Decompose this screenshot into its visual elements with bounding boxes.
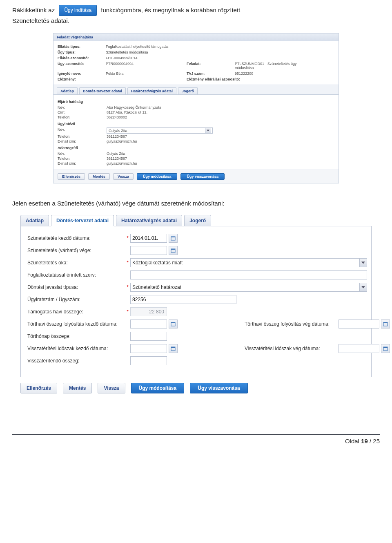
footer-prefix: Oldal — [345, 438, 361, 445]
input-vege[interactable] — [130, 246, 167, 255]
value-ugy-tipus: Szüneteltetés módosítása — [106, 50, 308, 54]
mentes-button[interactable]: Mentés — [88, 173, 110, 180]
required-marker: * — [125, 235, 130, 241]
modositas-button[interactable]: Ügy módosítása — [137, 173, 178, 180]
label-havi: Támogatás havi összege: — [27, 309, 125, 315]
combo-javaslat[interactable]: Szüneteltető határozat — [130, 283, 367, 292]
tab2-jogero[interactable]: Jogerő — [184, 215, 211, 226]
chevron-down-icon — [359, 259, 367, 267]
tab2-dontes[interactable]: Döntés-tervezet adatai — [51, 215, 114, 226]
input-szerv[interactable] — [130, 270, 367, 279]
ugyintezo-mail-value: gulyasz@nrszh.hu — [107, 139, 334, 143]
label-vissza-osszeg: Visszatérítendő összeg: — [27, 358, 125, 364]
label-tort-veg: Törthavi összeg folyósítás vég dátuma: — [245, 321, 339, 327]
hatosag-tel-value: 3622430002 — [107, 115, 334, 119]
input-kezdo[interactable] — [130, 234, 167, 243]
rogzito-tel-label: Telefon: — [58, 156, 102, 161]
section-rogzito-title: Adatrögzítő — [58, 146, 334, 150]
start-case-button-inline[interactable]: Ügy indítása — [59, 5, 97, 16]
svg-rect-11 — [383, 347, 388, 348]
tab-jogero[interactable]: Jogerő — [178, 87, 198, 94]
ugyintezo-nev-label: Név: — [58, 127, 102, 134]
hatosag-cim-value: 8127 Aba, Rákóczi út 12. — [107, 110, 334, 114]
ellenorzes-button[interactable]: Ellenőrzés — [20, 383, 57, 393]
input-tort-veg[interactable] — [339, 320, 379, 328]
input-tort-kezdo[interactable] — [130, 320, 167, 328]
ellenorzes-button[interactable]: Ellenőrzés — [58, 173, 85, 180]
ugyintezo-combo[interactable]: Gulyás Zita — [107, 127, 213, 134]
ugyintezo-tel-value: 3611234567 — [107, 134, 334, 139]
tab2-adatlap[interactable]: Adatlap — [20, 215, 49, 226]
label-ellatas-tipus: Ellátás típus: — [58, 45, 102, 49]
svg-rect-7 — [383, 322, 388, 323]
screenshot-task-panel: Feladat végrehajtása Ellátás típus: Fogl… — [53, 33, 339, 183]
calendar-icon[interactable] — [381, 320, 390, 328]
footer-total: 25 — [373, 438, 380, 445]
tab-hatarozat[interactable]: Határozat/végzés adatai — [127, 87, 176, 94]
label-ellatas-azon: Ellátás azonosító: — [58, 56, 102, 60]
input-vissza-kezdo[interactable] — [130, 344, 167, 353]
label-taj: TAJ szám: — [187, 72, 232, 76]
calendar-icon[interactable] — [381, 344, 390, 353]
label-tort-osszeg: Törthónap összege: — [27, 333, 125, 339]
tab-dontes[interactable]: Döntés-tervezet adatai — [79, 87, 126, 94]
input-ugyirat[interactable] — [130, 295, 236, 304]
screenshot-form: Adatlap Döntés-tervezet adatai Határozat… — [20, 215, 372, 393]
vissza-button[interactable]: Vissza — [98, 383, 125, 393]
hatosag-nev-value: Aba Nagyközség Önkormányzata — [107, 105, 334, 109]
tab2-hatarozat[interactable]: Határozat/végzés adatai — [116, 215, 182, 226]
value-taj: 951222200 — [235, 72, 308, 76]
rogzito-tel-value: 3611234567 — [107, 156, 334, 161]
section-ugyintezo-title: Ügyintéző — [58, 122, 334, 126]
rogzito-mail-value: gulyasz@nrszh.hu — [107, 161, 334, 165]
label-ugyirat: Ügyiratszám / Ügyszám: — [27, 297, 125, 302]
visszavonas-button[interactable]: Ügy visszavonása — [190, 383, 247, 393]
label-feladat: Feladat: — [187, 62, 232, 70]
label-elozmeny-elb: Előzmény elbírálási azonosító: — [187, 77, 232, 81]
calendar-icon[interactable] — [169, 234, 178, 243]
form-body: Szüneteltetés kezdő dátuma: * Szünetelte… — [20, 226, 372, 377]
input-tort-osszeg[interactable] — [130, 332, 167, 341]
chevron-down-icon — [205, 128, 211, 133]
calendar-icon[interactable] — [169, 344, 178, 353]
label-ugy-tipus: Ügy típus: — [58, 50, 102, 54]
mentes-button[interactable]: Mentés — [63, 383, 92, 393]
input-vissza-veg[interactable] — [339, 344, 379, 353]
vissza-button[interactable]: Vissza — [113, 173, 134, 180]
input-vissza-osszeg[interactable] — [130, 356, 167, 365]
label-vege: Szüneteltetés (várható) vége: — [27, 248, 125, 253]
section-hatosag-title: Eljáró hatóság — [58, 100, 334, 104]
value-ellatas-tipus: Foglalkoztatást helyettesítő támogatás — [106, 45, 308, 49]
task-info-grid: Ellátás típus: Foglalkoztatást helyettes… — [53, 41, 339, 85]
label-oka: Szüneteltetés oka: — [27, 260, 125, 266]
hatosag-nev-label: Név: — [58, 105, 102, 109]
page-footer: Oldal 19 / 25 — [12, 434, 380, 445]
combo-oka-text: Közfoglalkoztatás miatt — [132, 260, 183, 266]
ugyintezo-mail-label: E-mail cím: — [58, 139, 102, 143]
combo-oka[interactable]: Közfoglalkoztatás miatt — [130, 258, 367, 267]
chevron-down-icon — [359, 283, 367, 291]
required-marker: * — [125, 284, 130, 290]
intro-text-2: funkciógombra, és megnyílnak a korábban … — [101, 7, 240, 13]
intro-text-3: Szüneteltetés adatai. — [12, 17, 69, 24]
label-vissza-veg: Visszatérítési időszak vég dátuma: — [245, 346, 339, 351]
panel-header: Feladat végrehajtása — [53, 34, 339, 41]
tab-adatlap[interactable]: Adatlap — [57, 87, 78, 94]
ugyintezo-combo-text: Gulyás Zita — [109, 129, 127, 133]
value-ellatas-azon: FHT-0004959/2014 — [106, 56, 308, 60]
calendar-icon[interactable] — [169, 320, 178, 328]
label-javaslat: Döntési javaslat típusa: — [27, 284, 125, 290]
value-ugy-azon: PTR0000004994 — [106, 62, 183, 70]
label-szerv: Foglalkoztatással érintett szerv: — [27, 272, 125, 278]
svg-rect-9 — [171, 347, 175, 348]
hatosag-cim-label: Cím: — [58, 110, 102, 114]
footer-page: 19 — [361, 438, 368, 445]
visszavonas-button[interactable]: Ügy visszavonása — [180, 173, 225, 180]
calendar-icon[interactable] — [169, 246, 178, 255]
required-marker: * — [125, 309, 130, 315]
tabs-large: Adatlap Döntés-tervezet adatai Határozat… — [20, 215, 372, 226]
modositas-button[interactable]: Ügy módosítása — [131, 383, 185, 393]
button-bar-small: Ellenőrzés Mentés Vissza Ügy módosítása … — [53, 170, 339, 183]
tabs-small: Adatlap Döntés-tervezet adatai Határozat… — [53, 85, 339, 94]
value-elozmeny-elb — [235, 77, 308, 81]
